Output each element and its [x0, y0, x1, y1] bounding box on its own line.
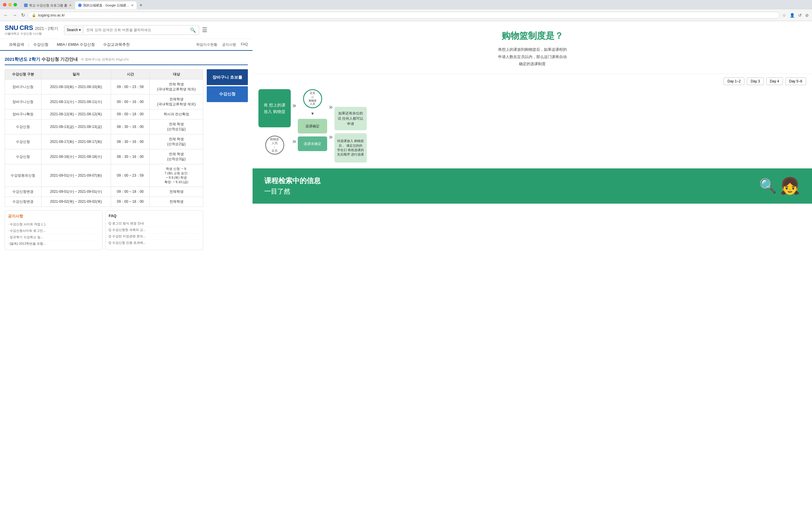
notice-item-1[interactable]: · 수강신청 사이트 작업 (..) — [8, 221, 99, 228]
row1-date: 2021-08-10(화) ~ 2021-08-10(화) — [41, 79, 111, 95]
logo-block: SNU CRS 2021 - 2학기 서울대학교 수강신청 시스템 — [5, 24, 58, 36]
tab1-favicon — [24, 3, 28, 7]
row3-date: 2021-08-12(목) ~ 2021-08-12(목) — [41, 109, 111, 119]
new-tab-button[interactable]: + — [137, 2, 145, 9]
notice-faq-row: 공지사항 · 수강신청 사이트 작업 (..) · 수강신청사이트 로그인...… — [5, 210, 203, 250]
nav-item-coursesearch[interactable]: 과목검색 — [5, 39, 28, 50]
browser-tabs: 학교 수강신청 프로그램 홈 ✕ 我的云端硬盘 - Google 云端硬... … — [20, 0, 812, 9]
side-buttons-column: 장바구니 초보를 수강신청 — [207, 69, 248, 250]
row4-type: 수강신청 — [5, 119, 41, 134]
row4-time: 08：30 ~ 16：00 — [111, 119, 149, 134]
magnifier-icon: 🔍 — [759, 178, 777, 194]
table-row: 수강정원외신청 2021-09-01(수) ~ 2021-09-07(화) 09… — [5, 164, 203, 187]
row8-target: 전체학생 — [150, 187, 203, 197]
bottom-banner-text-block: 课程检索中的信息 一目了然 — [264, 176, 321, 196]
chevron-down-icon: ▾ — [79, 28, 81, 32]
section-year: 2021학년도 2학기 — [5, 57, 40, 62]
row2-target: 전체학생 (국내학점교류학생 제외) — [150, 95, 203, 109]
address-text: sugang.snu.ac.kr — [38, 13, 776, 17]
address-bar[interactable]: 🔒 sugang.snu.ac.kr — [28, 12, 780, 19]
nav-faq[interactable]: FAQ — [241, 42, 248, 47]
hamburger-menu-button[interactable]: ☰ — [202, 26, 207, 34]
faq-item-3[interactable]: Q 수강반 지정관련 문의... — [109, 233, 200, 240]
search-dropdown-label: Search — [67, 28, 78, 32]
row4-target: 전체 학생 (선착순1일) — [150, 119, 203, 134]
search-button[interactable]: 🔍 — [187, 25, 199, 35]
right-top-section: 购物篮制度是？ 将想上的课放到购物篮后，如果这课程的 申请人数在定员以内，那么这… — [253, 21, 812, 74]
row6-time: 08：30 ~ 16：00 — [111, 149, 149, 164]
stop-button[interactable]: ⊘ — [804, 12, 810, 18]
row9-target: 전체학생 — [150, 197, 203, 207]
faq-item-4[interactable]: Q 수강신청 인원 초과에... — [109, 240, 200, 246]
day-tab-5-6[interactable]: Day 5~6 — [785, 77, 806, 85]
logo-year-text: 2021 - 2학기 — [35, 26, 58, 32]
reload-button[interactable]: ↻ — [20, 11, 26, 19]
flow-box-step3-top: 如果还有余位的话 任何人都可以申请 — [335, 107, 367, 130]
tab2-close[interactable]: ✕ — [131, 3, 134, 7]
faq-item-2[interactable]: Q 수강신청한 과목의 교... — [109, 227, 200, 233]
close-button[interactable] — [3, 3, 6, 6]
row2-time: 00：00 ~ 16：00 — [111, 95, 149, 109]
nav-notice[interactable]: 공지사항 — [222, 42, 236, 47]
flow-col-2: 定员 🛒 购物篮人员 ▼ 选课确定 选课未确定 — [298, 89, 327, 151]
right-panel: 购物篮制度是？ 将想上的课放到购物篮后，如果这课程的 申请人数在定员以内，那么这… — [253, 21, 812, 507]
section-title-bar: 2021학년도 2학기 수강신청 기간안내 ※ 장바구니는 선착순이 아닙니다. — [5, 57, 248, 65]
notice-item-4[interactable]: · [필독] 2013학번을 포함... — [8, 241, 99, 247]
minimize-button[interactable] — [8, 3, 12, 6]
basket-intro-button[interactable]: 장바구니 초보를 — [207, 69, 248, 85]
row3-time: 09：00 ~ 18：00 — [111, 109, 149, 119]
flow-arrows-1: » » — [293, 89, 296, 145]
table-row: 수강신청 2021-08-13(금) ~ 2021-08-13(금) 08：30… — [5, 119, 203, 134]
faq-item-1[interactable]: Q 로그인 방식 변경 안내 — [109, 220, 200, 227]
browser-tab-1[interactable]: 학교 수강신청 프로그램 홈 ✕ — [21, 1, 74, 9]
back-button[interactable]: ← — [2, 11, 9, 19]
main-table-column: 수강신청 구분 일자 시간 대상 장바구니신청 2021-08-10(화) ~ … — [5, 69, 203, 250]
tab1-close[interactable]: ✕ — [69, 3, 72, 7]
notice-item-3[interactable]: · 정규학기 수강취소 및... — [8, 234, 99, 241]
register-button[interactable]: 수강신청 — [207, 86, 248, 102]
day-tab-1-2[interactable]: Day 1~2 — [724, 77, 745, 85]
bottom-banner: 课程检索中的信息 一目了然 🔍 👧 — [253, 168, 812, 204]
notice-panel: 공지사항 · 수강신청 사이트 작업 (..) · 수강신청사이트 로그인...… — [5, 210, 102, 250]
forward-button[interactable]: → — [11, 11, 18, 19]
table-row: 수강신청변경 2021-09-02(목) ~ 2021-09-02(목) 09：… — [5, 197, 203, 207]
browser-action-buttons: ☆ 👤 ↺ ⊘ — [781, 12, 810, 18]
nav-academic-history[interactable]: 학업이수현황 — [196, 42, 217, 47]
tab1-label: 학교 수강신청 프로그램 홈 — [29, 3, 67, 8]
refresh-alt-button[interactable]: ↺ — [797, 12, 803, 18]
flow-circle-top: 定员 🛒 购物篮人员 — [303, 89, 322, 108]
row7-time: 09：00 ~ 23：59 — [111, 164, 149, 187]
browser-controls: ← → ↻ 🔒 sugang.snu.ac.kr ☆ 👤 ↺ ⊘ — [0, 9, 812, 21]
section-title: 수강신청 기간안내 — [41, 57, 78, 62]
row1-time: 09：00 ~ 23：59 — [111, 79, 149, 95]
nav-item-recommend[interactable]: 수강교과목추천 — [99, 39, 134, 50]
row8-type: 수강신청변경 — [5, 187, 41, 197]
arrow-right-4: » — [329, 134, 333, 140]
circle-top-icon: 🛒 — [311, 96, 314, 99]
circle-top-sub: 购物篮人员 — [309, 99, 316, 106]
notice-item-2[interactable]: · 수강신청사이트 로그인... — [8, 228, 99, 234]
tab2-favicon — [78, 3, 82, 7]
day-tab-4[interactable]: Day 4 — [766, 77, 783, 85]
profile-button[interactable]: 👤 — [789, 12, 796, 18]
bookmark-button[interactable]: ☆ — [781, 12, 787, 18]
row8-date: 2021-09-01(수) ~ 2021-09-01(수) — [41, 187, 111, 197]
bottom-banner-sub: 一目了然 — [264, 187, 321, 196]
flow-circle-bottom-text: 购物篮人员↓定员 — [270, 137, 279, 153]
search-dropdown[interactable]: Search ▾ — [64, 26, 84, 34]
row5-target: 전체 학생 (선착순2일) — [150, 134, 203, 149]
bottom-banner-title: 课程检索中的信息 — [264, 176, 321, 185]
day-tab-3[interactable]: Day 3 — [747, 77, 764, 85]
row9-type: 수강신청변경 — [5, 197, 41, 207]
search-input[interactable] — [84, 26, 187, 34]
nav-item-register[interactable]: 수강신청 — [29, 39, 53, 50]
table-row: 장바구니확정 2021-08-12(목) ~ 2021-08-12(목) 09：… — [5, 109, 203, 119]
flow-box-step1-top: 将 想上的课 放入 购物篮 — [258, 89, 291, 127]
maximize-button[interactable] — [13, 3, 17, 6]
row3-target: 학사과 전산확정 — [150, 109, 203, 119]
row5-date: 2021-08-17(화) ~ 2021-08-17(화) — [41, 134, 111, 149]
logo-snu-text: SNU — [5, 24, 18, 32]
browser-tab-2[interactable]: 我的云端硬盘 - Google 云端硬... ✕ — [75, 1, 136, 9]
nav-item-mba[interactable]: MBA / EMBA 수강신청 — [53, 39, 99, 50]
table-body: 장바구니신청 2021-08-10(화) ~ 2021-08-10(화) 09：… — [5, 79, 203, 207]
